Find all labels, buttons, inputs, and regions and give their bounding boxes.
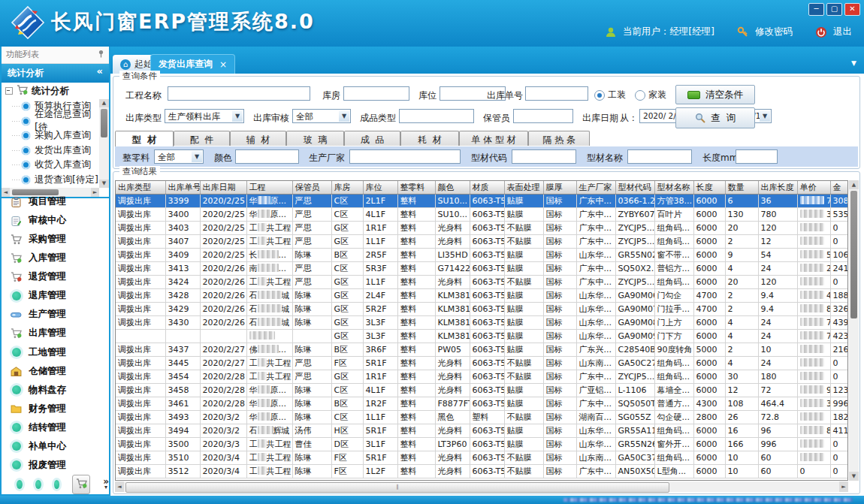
table-row[interactable]: 调拨出库35122020/3/4工共工程陈琳F区1L2F整料光身料6063-T5… (116, 465, 848, 478)
audit-select[interactable]: 全部▼ (292, 109, 351, 123)
sidebar-item[interactable]: 入库管理 (11, 252, 107, 264)
sidebar-item[interactable]: 报废管理 (11, 459, 107, 472)
table-row[interactable]: 调拨出库34302020/2/26石城陈琳G区3L3F整料KLM38176063… (116, 316, 848, 330)
table-row[interactable]: 调拨出库35002020/3/3工共工程曹佳D区3L1F整料LT3P606063… (116, 438, 848, 451)
table-row[interactable]: 调拨出库33992020/2/25华原...严思C区2L1F整料SU10...6… (116, 195, 848, 208)
table-row[interactable]: 调拨出库34582020/2/28华原...陈琳C区4L1F整料光身料6063-… (116, 384, 848, 397)
column-header[interactable]: 膜厚 (543, 181, 576, 195)
tree-item[interactable]: 发货出库查询 (2, 143, 98, 158)
profile-name-input[interactable] (627, 149, 692, 164)
color-input[interactable] (235, 149, 299, 164)
column-header[interactable]: 型材代码 (615, 181, 654, 195)
sidebar-item[interactable]: 财务管理 (11, 403, 107, 415)
section-header[interactable]: 统计分析 « (2, 64, 109, 83)
table-row[interactable]: 调拨出库34292020/2/26石城陈琳G区5R2F整料KLM38176063… (116, 303, 848, 316)
sidebar-item[interactable]: 仓储管理 (11, 365, 107, 378)
clear-conditions-button[interactable]: 清空条件 (675, 85, 755, 104)
tree-expander-icon[interactable] (5, 87, 13, 95)
search-button[interactable]: 查 询 (675, 107, 755, 128)
column-header[interactable]: 长度 (693, 181, 725, 195)
column-header[interactable]: 表面处理 (504, 181, 543, 195)
warehouse-input[interactable] (343, 86, 409, 101)
change-password-link[interactable]: 修改密码 (755, 26, 793, 38)
keeper-input[interactable] (513, 109, 573, 123)
column-header[interactable]: 库房 (331, 181, 363, 195)
sidebar-item[interactable]: 项目管理 (11, 195, 107, 208)
sidebar-item[interactable]: 结转管理 (11, 421, 107, 434)
table-row[interactable]: 调拨出库34452020/2/27工共工程严思F区5R1F整料光身料6063-T… (116, 357, 848, 370)
project-name-input[interactable] (168, 86, 310, 101)
subtab[interactable]: 耗 材 (400, 131, 459, 146)
radio-home-install[interactable]: 家装 (635, 89, 666, 101)
more-icon[interactable]: »▾ (103, 478, 109, 490)
subtab[interactable]: 单 体 型 材 (459, 131, 528, 146)
close-button[interactable]: ✕ (844, 3, 860, 16)
subtab[interactable]: 型 材 (115, 131, 174, 146)
column-header[interactable]: 出库长度 (758, 181, 797, 195)
column-header[interactable]: 出库日期 (200, 181, 246, 195)
tab-shipment-outbound-query[interactable]: 发货出库查询 × (150, 54, 235, 74)
table-row[interactable]: 调拨出库34612020/2/28华原...陈琳B区1R2F整料F8877FT6… (116, 397, 848, 411)
column-header[interactable]: 整零料 (397, 181, 435, 195)
subtab[interactable]: 玻 璃 (286, 131, 344, 146)
subtab[interactable]: 辅 材 (230, 131, 286, 146)
close-tab-icon[interactable]: × (219, 59, 227, 70)
tree-item[interactable]: 退货查询[待定] (2, 173, 98, 188)
sidebar-item[interactable]: 退库管理 (11, 289, 107, 302)
green-dot-icon[interactable] (54, 480, 60, 489)
radio-work-install[interactable]: 工装 (594, 89, 626, 101)
table-row[interactable]: 调拨出库34132020/2/26南...严思C区5R3F整料G71422606… (116, 262, 848, 276)
sidebar-item[interactable]: 补单中心 (11, 440, 107, 453)
tree-item[interactable]: 在途信息查询[待 (2, 114, 98, 129)
table-row[interactable]: 调拨出库34942020/3/2石辉城汤伟H区5R1F整料光身料6063-T5贴… (116, 424, 848, 438)
chevron-down-icon[interactable]: ▼ (851, 59, 856, 67)
logout-link[interactable]: 退出 (833, 26, 852, 38)
pin-icon[interactable] (98, 50, 104, 58)
cart-button[interactable] (72, 475, 90, 494)
subtab[interactable]: 成 品 (344, 131, 400, 146)
table-row[interactable]: 调拨出库34242020/2/26工共工程严思G区1L1F整料光身料6063-T… (116, 276, 848, 289)
out-type-select[interactable]: 生产领料出库▼ (165, 109, 244, 123)
table-row[interactable]: 调拨出库34092020/2/25长...陈琳B区2R5F整料LI35HD606… (116, 249, 848, 262)
tree-vertical-scrollbar[interactable]: ▲ ▼ (99, 99, 109, 188)
column-header[interactable]: 出库类型 (116, 181, 165, 195)
factory-input[interactable] (349, 149, 461, 164)
table-row[interactable]: 调拨出库34372020/2/27佛...陈琳B区3R6F整料PW056063-… (116, 343, 848, 357)
column-header[interactable]: 数量 (725, 181, 758, 195)
product-type-input[interactable] (399, 109, 474, 123)
table-row[interactable]: 调拨出库34072020/2/25工共工程严思G区1L1F整料光身料6063-T… (116, 235, 848, 249)
subtab[interactable]: 配 件 (174, 131, 230, 146)
tree-root[interactable]: 统计分析 (2, 83, 109, 99)
sidebar-item[interactable]: 出库管理 (11, 327, 107, 340)
results-vertical-scrollbar[interactable]: ▲ ▼ (849, 180, 859, 481)
sidebar-item[interactable]: 退货管理 (11, 270, 107, 283)
table-row[interactable]: 调拨出库34932020/3/2华原...陈琳C区1L1F整料黑色塑料不贴膜国标… (116, 411, 848, 424)
table-row[interactable]: 调拨出库34032020/2/25工共工程严思G区1R1F整料光身料6063-T… (116, 222, 848, 235)
sidebar-item[interactable]: 物料盘存 (11, 384, 107, 397)
column-header[interactable]: 金 (830, 181, 848, 195)
tree-item[interactable]: 收货入库查询 (2, 158, 98, 173)
collapse-icon[interactable]: « (97, 65, 103, 77)
table-row[interactable]: 调拨出库34542020/2/28工共工程严思G区1R1F整料光身料6063-T… (116, 370, 848, 384)
column-header[interactable]: 工程 (246, 181, 292, 195)
column-header[interactable]: 材质 (470, 181, 504, 195)
sidebar-item[interactable]: 生产管理 (11, 308, 107, 321)
order-no-input[interactable] (525, 86, 588, 101)
minimize-button[interactable]: ─ (808, 3, 824, 16)
column-header[interactable]: 颜色 (435, 181, 470, 195)
column-header[interactable]: 库位 (363, 181, 397, 195)
table-row[interactable]: 调拨出库34002020/2/25华原...严思C区4L1F整料SU10...6… (116, 208, 848, 222)
sidebar-item[interactable]: 审核中心 (11, 214, 107, 227)
sidebar-item[interactable]: 采购管理 (11, 233, 107, 246)
table-row[interactable]: 调拨出库35102020/3/4工共工程陈琳F区5R1F整料光身料6063-T5… (116, 451, 848, 465)
table-row[interactable]: G区3L3F整料KLM38176063-T5贴膜国标山东华...GA90M09.… (116, 330, 848, 343)
column-header[interactable]: 型材名称 (654, 181, 693, 195)
green-dot-icon[interactable] (35, 480, 41, 489)
green-dot-icon[interactable] (17, 480, 23, 489)
length-input[interactable] (736, 149, 778, 164)
scrollbar-thumb[interactable]: ‖ (125, 482, 669, 493)
subtab[interactable]: 隔 热 条 (528, 131, 590, 146)
column-header[interactable]: 出库单号 (165, 181, 200, 195)
column-header[interactable]: 单价 (797, 181, 830, 195)
profile-code-input[interactable] (512, 149, 576, 164)
